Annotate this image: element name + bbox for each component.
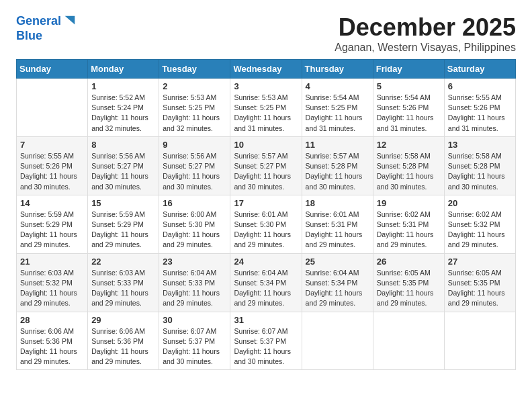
day-number: 11	[306, 140, 369, 150]
calendar-cell: 16Sunrise: 6:00 AMSunset: 5:30 PMDayligh…	[159, 195, 230, 253]
day-number: 13	[448, 140, 512, 150]
calendar-cell: 30Sunrise: 6:07 AMSunset: 5:37 PMDayligh…	[159, 312, 230, 370]
day-info: Sunrise: 5:53 AMSunset: 5:25 PMDaylight:…	[234, 93, 298, 134]
day-info: Sunrise: 6:02 AMSunset: 5:31 PMDaylight:…	[377, 210, 441, 250]
day-info: Sunrise: 5:59 AMSunset: 5:29 PMDaylight:…	[91, 210, 155, 250]
day-number: 8	[91, 140, 155, 150]
day-info: Sunrise: 6:05 AMSunset: 5:35 PMDaylight:…	[377, 268, 441, 309]
calendar-cell: 27Sunrise: 6:05 AMSunset: 5:35 PMDayligh…	[444, 253, 515, 312]
svg-marker-0	[65, 16, 75, 25]
calendar-cell: 15Sunrise: 5:59 AMSunset: 5:29 PMDayligh…	[88, 195, 159, 253]
title-section: December 2025 Aganan, Western Visayas, P…	[335, 13, 516, 54]
calendar-cell: 22Sunrise: 6:03 AMSunset: 5:33 PMDayligh…	[88, 253, 159, 312]
weekday-header-monday: Monday	[88, 60, 159, 79]
day-number: 1	[91, 81, 155, 91]
calendar-cell: 25Sunrise: 6:04 AMSunset: 5:34 PMDayligh…	[302, 253, 373, 312]
weekday-header-tuesday: Tuesday	[159, 60, 230, 79]
day-number: 20	[448, 198, 512, 208]
calendar-cell: 29Sunrise: 6:06 AMSunset: 5:36 PMDayligh…	[88, 312, 159, 370]
day-number: 18	[306, 198, 369, 208]
weekday-header-thursday: Thursday	[302, 60, 373, 79]
day-info: Sunrise: 6:03 AMSunset: 5:32 PMDaylight:…	[20, 268, 84, 309]
location: Aganan, Western Visayas, Philippines	[335, 42, 516, 54]
day-info: Sunrise: 6:06 AMSunset: 5:36 PMDaylight:…	[91, 326, 155, 367]
calendar-cell: 24Sunrise: 6:04 AMSunset: 5:34 PMDayligh…	[230, 253, 302, 312]
calendar-cell	[302, 312, 373, 370]
calendar-cell: 23Sunrise: 6:04 AMSunset: 5:33 PMDayligh…	[159, 253, 230, 312]
calendar-cell: 12Sunrise: 5:58 AMSunset: 5:28 PMDayligh…	[373, 136, 444, 195]
day-number: 16	[163, 198, 226, 208]
day-number: 24	[234, 257, 298, 267]
day-info: Sunrise: 6:01 AMSunset: 5:30 PMDaylight:…	[234, 210, 298, 250]
calendar: SundayMondayTuesdayWednesdayThursdayFrid…	[16, 59, 516, 370]
day-info: Sunrise: 5:56 AMSunset: 5:27 PMDaylight:…	[163, 151, 226, 192]
calendar-cell	[444, 312, 515, 370]
calendar-cell	[373, 312, 444, 370]
day-info: Sunrise: 6:03 AMSunset: 5:33 PMDaylight:…	[91, 268, 155, 309]
calendar-cell: 4Sunrise: 5:54 AMSunset: 5:25 PMDaylight…	[302, 79, 373, 137]
calendar-cell: 28Sunrise: 6:06 AMSunset: 5:36 PMDayligh…	[17, 312, 88, 370]
calendar-week-row: 7Sunrise: 5:55 AMSunset: 5:26 PMDaylight…	[17, 136, 516, 195]
day-info: Sunrise: 6:05 AMSunset: 5:35 PMDaylight:…	[448, 268, 512, 309]
day-number: 4	[306, 81, 369, 91]
day-number: 30	[163, 315, 226, 325]
day-info: Sunrise: 5:57 AMSunset: 5:27 PMDaylight:…	[234, 151, 298, 192]
calendar-cell: 14Sunrise: 5:59 AMSunset: 5:29 PMDayligh…	[17, 195, 88, 253]
calendar-cell: 19Sunrise: 6:02 AMSunset: 5:31 PMDayligh…	[373, 195, 444, 253]
calendar-cell: 26Sunrise: 6:05 AMSunset: 5:35 PMDayligh…	[373, 253, 444, 312]
day-info: Sunrise: 5:55 AMSunset: 5:26 PMDaylight:…	[448, 93, 512, 134]
calendar-cell: 10Sunrise: 5:57 AMSunset: 5:27 PMDayligh…	[230, 136, 302, 195]
day-info: Sunrise: 6:04 AMSunset: 5:33 PMDaylight:…	[163, 268, 226, 309]
day-number: 22	[91, 257, 155, 267]
day-info: Sunrise: 6:06 AMSunset: 5:36 PMDaylight:…	[20, 326, 84, 367]
day-number: 12	[377, 140, 441, 150]
calendar-cell: 2Sunrise: 5:53 AMSunset: 5:25 PMDaylight…	[159, 79, 230, 137]
day-info: Sunrise: 5:56 AMSunset: 5:27 PMDaylight:…	[91, 151, 155, 192]
day-info: Sunrise: 5:55 AMSunset: 5:26 PMDaylight:…	[20, 151, 84, 192]
weekday-header-sunday: Sunday	[17, 60, 88, 79]
calendar-cell: 8Sunrise: 5:56 AMSunset: 5:27 PMDaylight…	[88, 136, 159, 195]
calendar-cell	[17, 79, 88, 137]
day-number: 21	[20, 257, 84, 267]
day-info: Sunrise: 6:02 AMSunset: 5:32 PMDaylight:…	[448, 210, 512, 250]
calendar-week-row: 1Sunrise: 5:52 AMSunset: 5:24 PMDaylight…	[17, 79, 516, 137]
day-number: 28	[20, 315, 84, 325]
calendar-cell: 3Sunrise: 5:53 AMSunset: 5:25 PMDaylight…	[230, 79, 302, 137]
day-info: Sunrise: 5:58 AMSunset: 5:28 PMDaylight:…	[448, 151, 512, 192]
day-info: Sunrise: 6:01 AMSunset: 5:31 PMDaylight:…	[306, 210, 369, 250]
calendar-cell: 20Sunrise: 6:02 AMSunset: 5:32 PMDayligh…	[444, 195, 515, 253]
calendar-cell: 9Sunrise: 5:56 AMSunset: 5:27 PMDaylight…	[159, 136, 230, 195]
calendar-cell: 21Sunrise: 6:03 AMSunset: 5:32 PMDayligh…	[17, 253, 88, 312]
day-info: Sunrise: 5:57 AMSunset: 5:28 PMDaylight:…	[306, 151, 369, 192]
day-info: Sunrise: 5:59 AMSunset: 5:29 PMDaylight:…	[20, 210, 84, 250]
calendar-cell: 6Sunrise: 5:55 AMSunset: 5:26 PMDaylight…	[444, 79, 515, 137]
day-number: 29	[91, 315, 155, 325]
day-info: Sunrise: 6:07 AMSunset: 5:37 PMDaylight:…	[234, 326, 298, 367]
weekday-header-friday: Friday	[373, 60, 444, 79]
calendar-cell: 13Sunrise: 5:58 AMSunset: 5:28 PMDayligh…	[444, 136, 515, 195]
day-number: 9	[163, 140, 226, 150]
day-info: Sunrise: 6:00 AMSunset: 5:30 PMDaylight:…	[163, 210, 226, 250]
weekday-header-row: SundayMondayTuesdayWednesdayThursdayFrid…	[17, 60, 516, 79]
day-number: 6	[448, 81, 512, 91]
day-number: 3	[234, 81, 298, 91]
day-info: Sunrise: 5:54 AMSunset: 5:25 PMDaylight:…	[306, 93, 369, 134]
day-number: 23	[163, 257, 226, 267]
day-info: Sunrise: 5:54 AMSunset: 5:26 PMDaylight:…	[377, 93, 441, 134]
day-number: 15	[91, 198, 155, 208]
day-info: Sunrise: 5:52 AMSunset: 5:24 PMDaylight:…	[91, 93, 155, 134]
day-info: Sunrise: 5:58 AMSunset: 5:28 PMDaylight:…	[377, 151, 441, 192]
calendar-cell: 17Sunrise: 6:01 AMSunset: 5:30 PMDayligh…	[230, 195, 302, 253]
day-info: Sunrise: 5:53 AMSunset: 5:25 PMDaylight:…	[163, 93, 226, 134]
calendar-cell: 11Sunrise: 5:57 AMSunset: 5:28 PMDayligh…	[302, 136, 373, 195]
calendar-week-row: 21Sunrise: 6:03 AMSunset: 5:32 PMDayligh…	[17, 253, 516, 312]
calendar-cell: 18Sunrise: 6:01 AMSunset: 5:31 PMDayligh…	[302, 195, 373, 253]
calendar-cell: 7Sunrise: 5:55 AMSunset: 5:26 PMDaylight…	[17, 136, 88, 195]
day-info: Sunrise: 6:04 AMSunset: 5:34 PMDaylight:…	[306, 268, 369, 309]
calendar-cell: 5Sunrise: 5:54 AMSunset: 5:26 PMDaylight…	[373, 79, 444, 137]
day-number: 7	[20, 140, 84, 150]
day-number: 25	[306, 257, 369, 267]
day-info: Sunrise: 6:04 AMSunset: 5:34 PMDaylight:…	[234, 268, 298, 309]
month-year: December 2025	[335, 13, 516, 42]
calendar-week-row: 14Sunrise: 5:59 AMSunset: 5:29 PMDayligh…	[17, 195, 516, 253]
